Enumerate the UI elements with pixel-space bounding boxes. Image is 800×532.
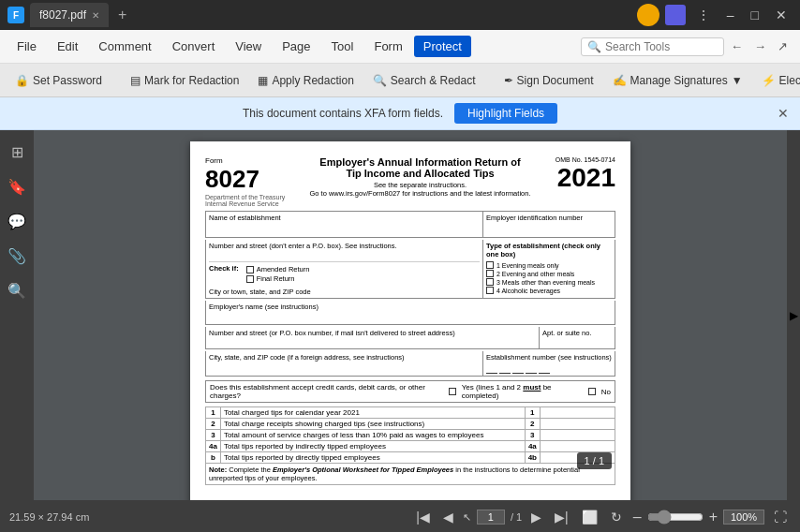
highlight-fields-button[interactable]: Highlight Fields bbox=[454, 103, 557, 124]
forward-button[interactable]: → bbox=[749, 37, 771, 55]
menu-page[interactable]: Page bbox=[273, 36, 319, 57]
city-est-row: City, state, and ZIP code (if a foreign … bbox=[205, 351, 615, 377]
final-row: Final Return bbox=[246, 274, 310, 283]
external-link-button[interactable]: ↗ bbox=[773, 37, 793, 55]
est-number-boxes bbox=[486, 364, 612, 374]
type2-checkbox[interactable] bbox=[486, 270, 494, 277]
street-addr-label: Number and street (or P.O. box number, i… bbox=[209, 329, 536, 337]
final-checkbox[interactable] bbox=[246, 275, 254, 283]
zoom-out-button[interactable]: – bbox=[633, 509, 642, 525]
notification-close-button[interactable]: ✕ bbox=[778, 106, 789, 121]
line-3-row: 3 Total amount of service charges of les… bbox=[206, 430, 615, 441]
est-box-3[interactable] bbox=[512, 364, 524, 374]
more-menu-button[interactable]: ⋮ bbox=[691, 6, 716, 24]
street-addr-value[interactable] bbox=[209, 337, 536, 347]
lines-table: 1 Total charged tips for calendar year 2… bbox=[205, 406, 615, 485]
new-tab-button[interactable]: + bbox=[114, 7, 130, 23]
line-4a-ref: 4a bbox=[525, 441, 540, 452]
note-label: Note: Complete the Employer's Optional W… bbox=[209, 466, 580, 482]
zoom-in-button[interactable]: + bbox=[709, 509, 718, 525]
yes-checkbox[interactable] bbox=[449, 388, 456, 395]
apt-label: Apt. or suite no. bbox=[542, 329, 612, 337]
close-button[interactable]: ✕ bbox=[770, 6, 793, 24]
rotate-button[interactable]: ↻ bbox=[607, 508, 626, 526]
city-addr-label: City, state, and ZIP code (if a foreign … bbox=[209, 353, 480, 362]
notification-bar: This document contains XFA form fields. … bbox=[0, 97, 800, 130]
sidebar-attachment-icon[interactable]: 📎 bbox=[2, 242, 32, 271]
menu-edit[interactable]: Edit bbox=[48, 36, 87, 57]
electric-label: Electro... bbox=[779, 74, 800, 87]
est-box-2[interactable] bbox=[499, 364, 511, 374]
sidebar-right[interactable]: ▶ bbox=[787, 130, 800, 500]
est-box-1[interactable] bbox=[486, 364, 497, 374]
apply-redaction-button[interactable]: ▦ Apply Redaction bbox=[250, 71, 361, 90]
ein-value[interactable] bbox=[486, 222, 612, 235]
tab-close-icon[interactable]: ✕ bbox=[92, 10, 99, 21]
menu-form[interactable]: Form bbox=[364, 36, 411, 57]
line-2-value[interactable] bbox=[541, 419, 615, 430]
search-redact-button[interactable]: 🔍 Search & Redact bbox=[365, 71, 483, 90]
dept-label: Department of the Treasury bbox=[205, 194, 285, 200]
first-page-button[interactable]: |◀ bbox=[412, 508, 434, 526]
type1-checkbox[interactable] bbox=[486, 261, 494, 269]
name-value[interactable] bbox=[209, 222, 480, 235]
set-password-button[interactable]: 🔒 Set Password bbox=[7, 71, 110, 90]
page-navigation: |◀ ◀ ↖ / 1 ▶ ▶| ⬜ ↻ bbox=[412, 508, 626, 526]
type3-checkbox[interactable] bbox=[486, 278, 494, 286]
pdf-viewer[interactable]: Form 8027 Department of the Treasury Int… bbox=[34, 130, 787, 500]
last-page-button[interactable]: ▶| bbox=[551, 508, 572, 526]
sidebar-left: ⊞ 🔖 💬 📎 🔍 bbox=[0, 130, 34, 500]
next-page-button[interactable]: ▶ bbox=[527, 508, 545, 526]
apt-value[interactable] bbox=[542, 337, 612, 347]
fullscreen-button[interactable]: ⛶ bbox=[770, 508, 791, 526]
employer-name-value[interactable] bbox=[209, 311, 612, 322]
est-box-5[interactable] bbox=[539, 364, 550, 374]
est-number-field: Establishment number (see instructions) bbox=[483, 351, 615, 376]
city-addr-value[interactable] bbox=[209, 362, 480, 371]
line-4a-value[interactable] bbox=[541, 441, 615, 452]
tab-title: f8027.pdf bbox=[39, 8, 86, 22]
sidebar-search-icon[interactable]: 🔍 bbox=[2, 276, 32, 305]
line-1-row: 1 Total charged tips for calendar year 2… bbox=[206, 407, 615, 419]
sidebar-pages-icon[interactable]: ⊞ bbox=[6, 138, 29, 167]
amended-row: Amended Return bbox=[246, 265, 310, 273]
line-3-value[interactable] bbox=[541, 430, 615, 441]
menu-tool[interactable]: Tool bbox=[322, 36, 363, 57]
menu-convert[interactable]: Convert bbox=[163, 36, 225, 57]
fit-page-button[interactable]: ⬜ bbox=[578, 508, 601, 526]
search-tools-input[interactable] bbox=[605, 40, 718, 53]
street-addr-row: Number and street (or P.O. box number, i… bbox=[205, 327, 615, 349]
yes-label: Yes (lines 1 and 2 must be completed) bbox=[462, 383, 583, 400]
back-button[interactable]: ← bbox=[726, 37, 748, 55]
maximize-button[interactable]: □ bbox=[746, 6, 764, 24]
electric-button[interactable]: ⚡ Electro... bbox=[754, 71, 800, 90]
line-1-value[interactable] bbox=[541, 407, 615, 419]
menu-view[interactable]: View bbox=[226, 36, 271, 57]
menu-protect[interactable]: Protect bbox=[414, 36, 471, 57]
no-checkbox[interactable] bbox=[588, 388, 596, 395]
sign-document-button[interactable]: ✒ Sign Document bbox=[496, 71, 601, 90]
apply-redaction-label: Apply Redaction bbox=[272, 74, 353, 87]
est-box-4[interactable] bbox=[526, 364, 537, 374]
type4-checkbox[interactable] bbox=[486, 287, 494, 294]
name-label: Name of establishment bbox=[209, 214, 480, 222]
sidebar-bookmark-icon[interactable]: 🔖 bbox=[2, 172, 32, 201]
page-indicator-overlay: 1 / 1 bbox=[577, 452, 612, 469]
line-2-ref: 2 bbox=[525, 419, 540, 430]
line-3-ref: 3 bbox=[525, 430, 540, 441]
menu-file[interactable]: File bbox=[7, 36, 46, 57]
page-input[interactable] bbox=[477, 510, 505, 525]
bottom-bar: 21.59 × 27.94 cm |◀ ◀ ↖ / 1 ▶ ▶| ⬜ ↻ – +… bbox=[0, 500, 800, 532]
mark-redaction-button[interactable]: ▤ Mark for Redaction bbox=[123, 71, 246, 90]
sidebar-comment-icon[interactable]: 💬 bbox=[2, 207, 32, 236]
type-3-row: 3 Meals other than evening meals bbox=[486, 278, 612, 286]
zoom-slider[interactable] bbox=[647, 510, 704, 525]
minimize-button[interactable]: – bbox=[721, 6, 740, 24]
apt-field: Apt. or suite no. bbox=[540, 327, 615, 348]
tab-item[interactable]: f8027.pdf ✕ bbox=[30, 3, 109, 27]
menu-comment[interactable]: Comment bbox=[89, 36, 160, 57]
amended-checkbox[interactable] bbox=[246, 266, 254, 273]
prev-page-button[interactable]: ◀ bbox=[439, 508, 457, 526]
manage-signatures-button[interactable]: ✍ Manage Signatures ▼ bbox=[605, 71, 750, 90]
zoom-level-input[interactable] bbox=[723, 510, 764, 525]
